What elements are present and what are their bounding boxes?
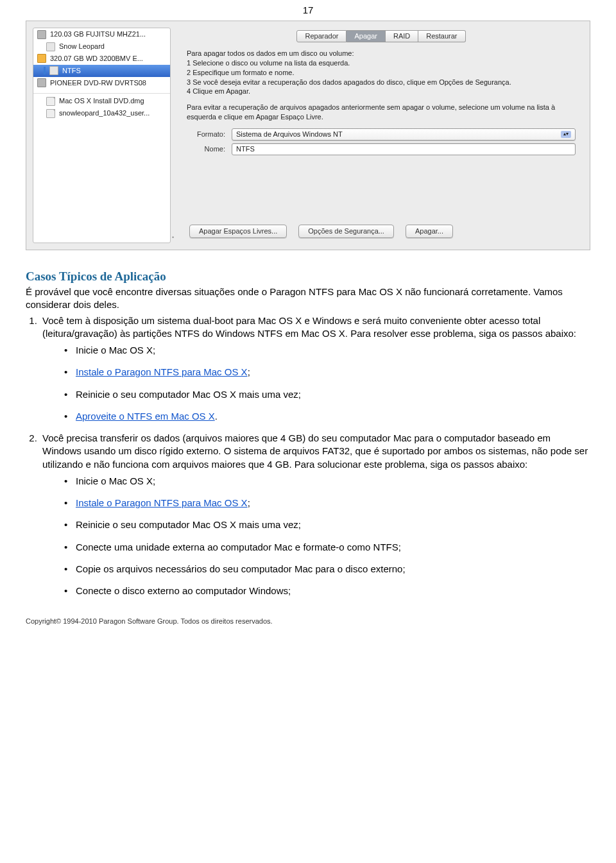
tab-reparador[interactable]: Reparador <box>296 30 346 42</box>
sidebar-item-label: Snow Leopard <box>59 42 105 51</box>
sidebar: 120.03 GB FUJITSU MHZ21...Snow Leopard32… <box>33 28 171 243</box>
sidebar-item[interactable]: 320.07 GB WD 3200BMV E... <box>33 53 170 65</box>
sidebar-item-label: snowleopard_10a432_user... <box>59 108 150 118</box>
sidebar-item-label: Mac OS X Install DVD.dmg <box>59 96 144 106</box>
dmg-icon <box>46 97 55 106</box>
list-item: Reinicie o seu computador Mac OS X mais … <box>76 388 590 401</box>
hdd-icon <box>37 30 46 39</box>
chevron-updown-icon: ▴▾ <box>561 131 571 138</box>
list-item: Reinicie o seu computador Mac OS X mais … <box>76 518 590 531</box>
button[interactable]: Apagar Espaços Livres... <box>189 225 287 238</box>
vol-icon <box>46 42 55 51</box>
sidebar-item-label: NTFS <box>62 66 81 76</box>
button[interactable]: Opções de Segurança... <box>298 225 394 238</box>
sidebar-item-label: 120.03 GB FUJITSU MHZ21... <box>50 30 146 39</box>
list-item: Instale o Paragon NTFS para Mac OS X; <box>76 366 590 379</box>
tab-bar: ReparadorApagarRAIDRestaurar <box>187 30 576 42</box>
hdd-icon <box>37 78 46 87</box>
instr-line: 4 Clique em Apagar. <box>187 87 576 96</box>
disk-utility-screenshot: 120.03 GB FUJITSU MHZ21...Snow Leopard32… <box>26 21 590 250</box>
list-item: Inicie o Mac OS X; <box>76 344 590 357</box>
copyright-footer: Copyright© 1994-2010 Paragon Software Gr… <box>26 617 590 626</box>
list-item: Copie os arquivos necessários do seu com… <box>76 563 590 576</box>
case1-steps: Inicie o Mac OS X;Instale o Paragon NTFS… <box>42 344 590 423</box>
intro-paragraph: É provável que você encontre diversas si… <box>26 286 590 312</box>
page-number: 17 <box>26 0 590 19</box>
case1-text: Você tem à disposição um sistema dual-bo… <box>42 315 576 339</box>
list-item: Conecte uma unidade externa ao computado… <box>76 541 590 554</box>
tab-restaurar[interactable]: Restaurar <box>418 30 465 42</box>
tab-apagar[interactable]: Apagar <box>346 30 385 42</box>
link[interactable]: Instale o Paragon NTFS para Mac OS X <box>76 497 248 508</box>
sidebar-item[interactable]: snowleopard_10a432_user... <box>33 107 170 119</box>
link[interactable]: Aproveite o NTFS em Mac OS X <box>76 411 215 422</box>
format-select[interactable]: Sistema de Arquivos Windows NT ▴▾ <box>232 128 576 141</box>
button[interactable]: Apagar... <box>406 225 453 238</box>
sidebar-item[interactable]: Snow Leopard <box>33 40 170 53</box>
sidebar-item[interactable]: Mac OS X Install DVD.dmg <box>33 95 170 107</box>
list-item: Aproveite o NTFS em Mac OS X. <box>76 410 590 423</box>
section-heading: Casos Típicos de Aplicação <box>26 268 590 285</box>
dmg-icon <box>46 109 55 118</box>
sidebar-item-label: PIONEER DVD-RW DVRTS08 <box>50 78 146 88</box>
hddy-icon <box>37 54 46 63</box>
case2-text: Você precisa transferir os dados (arquiv… <box>42 432 588 470</box>
sidebar-item-label: 320.07 GB WD 3200BMV E... <box>50 54 143 64</box>
instr-line: 1 Selecione o disco ou volume na lista d… <box>187 58 576 68</box>
format-value: Sistema de Arquivos Windows NT <box>236 130 343 139</box>
list-item: Instale o Paragon NTFS para Mac OS X; <box>76 497 590 509</box>
erase-instructions: Para apagar todos os dados em um disco o… <box>187 49 576 96</box>
tab-raid[interactable]: RAID <box>386 30 418 42</box>
instr-line: 3 Se você deseja evitar a recuperação do… <box>187 78 576 87</box>
list-item: Inicie o Mac OS X; <box>76 475 590 488</box>
resize-handle: • <box>171 28 175 243</box>
sidebar-item[interactable]: PIONEER DVD-RW DVRTS08 <box>33 77 170 89</box>
erase-note: Para evitar a recuperação de arquivos ap… <box>187 103 576 122</box>
instr-title: Para apagar todos os dados em um disco o… <box>187 49 576 58</box>
list-item: Conecte o disco externo ao computador Wi… <box>76 585 590 597</box>
name-label: Nome: <box>187 144 225 154</box>
case-list: Você tem à disposição um sistema dual-bo… <box>26 314 590 598</box>
vol-icon <box>49 66 58 75</box>
case2-steps: Inicie o Mac OS X;Instale o Paragon NTFS… <box>42 475 590 598</box>
instr-line: 2 Especifique um formato e nome. <box>187 68 576 78</box>
format-label: Formato: <box>187 130 225 139</box>
sidebar-item[interactable]: 120.03 GB FUJITSU MHZ21... <box>33 28 170 40</box>
name-input[interactable]: NTFS <box>232 143 576 155</box>
sidebar-item[interactable]: NTFS <box>33 65 170 77</box>
link[interactable]: Instale o Paragon NTFS para Mac OS X <box>76 366 248 377</box>
